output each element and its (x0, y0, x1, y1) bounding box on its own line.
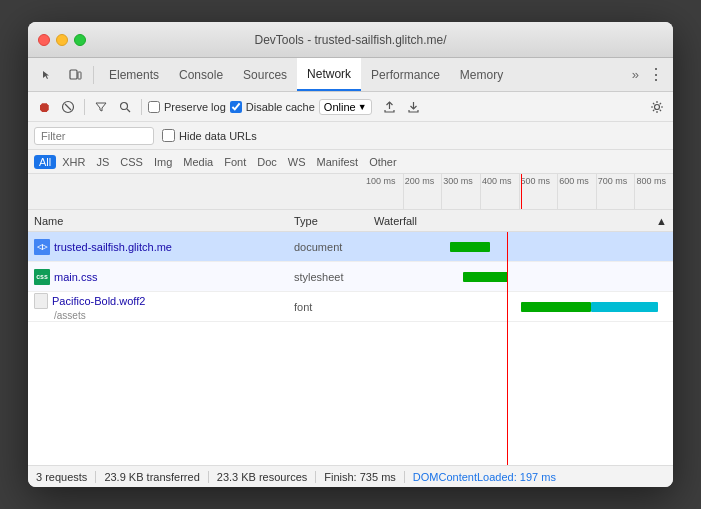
device-icon (69, 68, 82, 81)
more-options-button[interactable]: ⋮ (645, 64, 667, 86)
upload-button[interactable] (380, 97, 400, 117)
filter-bar: Hide data URLs (28, 122, 673, 150)
record-button[interactable]: ⏺ (34, 97, 54, 117)
tab-network[interactable]: Network (297, 58, 361, 91)
hide-data-urls-checkbox[interactable] (162, 129, 175, 142)
disable-cache-label[interactable]: Disable cache (230, 101, 315, 113)
label-500ms: 500 ms (519, 176, 558, 188)
type-filter-bar: All XHR JS CSS Img Media Font Doc WS Man… (28, 150, 673, 174)
table-row[interactable]: css main.css stylesheet (28, 262, 673, 292)
svg-point-6 (655, 104, 660, 109)
row-filename-2: main.css (54, 271, 97, 283)
tick-2 (441, 174, 442, 209)
devtools-window: DevTools - trusted-sailfish.glitch.me/ E… (28, 22, 673, 487)
tick-1 (403, 174, 404, 209)
upload-icon (383, 100, 396, 113)
type-font-button[interactable]: Font (219, 155, 251, 169)
sort-icon: ▲ (656, 215, 667, 227)
minimize-button[interactable] (56, 34, 68, 46)
throttle-chevron-icon: ▼ (358, 102, 367, 112)
throttle-label: Online (324, 101, 356, 113)
html-icon: ◁▷ (34, 239, 50, 255)
col-type-header[interactable]: Type (288, 215, 368, 227)
search-icon (119, 101, 131, 113)
waterfall-bar-3a (521, 302, 591, 312)
waterfall-bar-3b (591, 302, 658, 312)
toolbar-sep-1 (84, 99, 85, 115)
download-button[interactable] (404, 97, 424, 117)
row-name-3-inner: Pacifico-Bold.woff2 (34, 293, 145, 309)
type-js-button[interactable]: JS (91, 155, 114, 169)
cursor-icon (41, 69, 53, 81)
resources-size: 23.3 KB resources (209, 471, 317, 483)
preserve-log-label[interactable]: Preserve log (148, 101, 226, 113)
label-600ms: 600 ms (557, 176, 596, 188)
transferred-size: 23.9 KB transferred (96, 471, 208, 483)
svg-line-5 (127, 109, 130, 112)
tick-4 (519, 174, 520, 209)
tab-memory[interactable]: Memory (450, 58, 513, 91)
tick-7 (634, 174, 635, 209)
table-row[interactable]: ◁▷ trusted-sailfish.glitch.me document (28, 232, 673, 262)
filter-input[interactable] (34, 127, 154, 145)
timeline-header: 100 ms 200 ms 300 ms 400 ms 500 ms 600 m… (364, 174, 673, 209)
tab-elements[interactable]: Elements (99, 58, 169, 91)
type-manifest-button[interactable]: Manifest (312, 155, 364, 169)
settings-button[interactable] (647, 97, 667, 117)
dom-content-loaded: DOMContentLoaded: 197 ms (405, 471, 564, 483)
maximize-button[interactable] (74, 34, 86, 46)
close-button[interactable] (38, 34, 50, 46)
label-100ms: 100 ms (364, 176, 403, 188)
column-headers: Name Type Waterfall ▲ (28, 210, 673, 232)
preserve-log-checkbox[interactable] (148, 101, 160, 113)
tab-console[interactable]: Console (169, 58, 233, 91)
network-table[interactable]: ◁▷ trusted-sailfish.glitch.me document c… (28, 232, 673, 465)
row-name-3: Pacifico-Bold.woff2 /assets (28, 293, 288, 321)
type-all-button[interactable]: All (34, 155, 56, 169)
svg-rect-1 (78, 72, 81, 79)
tick-6 (596, 174, 597, 209)
type-xhr-button[interactable]: XHR (57, 155, 90, 169)
row-type-3: font (288, 301, 368, 313)
row-name-1: ◁▷ trusted-sailfish.glitch.me (28, 239, 288, 255)
toolbar-separator (93, 66, 94, 84)
row-name-2: css main.css (28, 269, 288, 285)
type-other-button[interactable]: Other (364, 155, 402, 169)
search-button[interactable] (115, 97, 135, 117)
label-300ms: 300 ms (441, 176, 480, 188)
waterfall-bar-1 (450, 242, 490, 252)
disable-cache-text: Disable cache (246, 101, 315, 113)
filter-button[interactable] (91, 97, 111, 117)
tab-performance[interactable]: Performance (361, 58, 450, 91)
svg-point-4 (121, 102, 128, 109)
type-ws-button[interactable]: WS (283, 155, 311, 169)
col-name-header[interactable]: Name (28, 215, 288, 227)
type-css-button[interactable]: CSS (115, 155, 148, 169)
download-icon (407, 100, 420, 113)
preserve-log-text: Preserve log (164, 101, 226, 113)
main-toolbar: Elements Console Sources Network Perform… (28, 58, 673, 92)
filter-icon (95, 101, 107, 113)
disable-cache-checkbox[interactable] (230, 101, 242, 113)
more-tabs-icon: » (628, 67, 643, 82)
type-media-button[interactable]: Media (178, 155, 218, 169)
cursor-tool-button[interactable] (34, 63, 60, 87)
tab-sources[interactable]: Sources (233, 58, 297, 91)
row-filename-3: Pacifico-Bold.woff2 (52, 295, 145, 307)
waterfall-bar-2 (463, 272, 509, 282)
type-doc-button[interactable]: Doc (252, 155, 282, 169)
status-bar: 3 requests 23.9 KB transferred 23.3 KB r… (28, 465, 673, 487)
tick-3 (480, 174, 481, 209)
throttle-select[interactable]: Online ▼ (319, 99, 372, 115)
type-img-button[interactable]: Img (149, 155, 177, 169)
device-toggle-button[interactable] (62, 63, 88, 87)
clear-button[interactable] (58, 97, 78, 117)
col-waterfall-header[interactable]: Waterfall ▲ (368, 215, 673, 227)
waterfall-header: 100 ms 200 ms 300 ms 400 ms 500 ms 600 m… (28, 174, 673, 210)
label-200ms: 200 ms (403, 176, 442, 188)
css-icon: css (34, 269, 50, 285)
gear-icon (650, 100, 664, 114)
table-row[interactable]: Pacifico-Bold.woff2 /assets font (28, 292, 673, 322)
hide-data-urls-label[interactable]: Hide data URLs (162, 129, 257, 142)
clear-icon (61, 100, 75, 114)
